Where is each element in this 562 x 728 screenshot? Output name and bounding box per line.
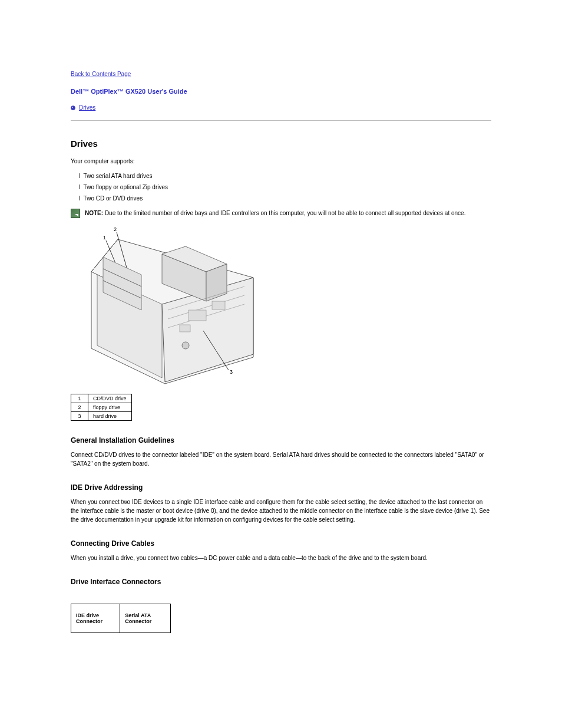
table-row: 2 floppy drive <box>71 403 132 412</box>
note-text: NOTE: Due to the limited number of drive… <box>85 209 465 218</box>
drives-anchor-link[interactable]: Drives <box>79 104 95 111</box>
bullet-icon <box>71 106 75 110</box>
svg-point-17 <box>182 342 189 349</box>
callout-label-1: CD/DVD drive <box>88 394 132 403</box>
table-row: 1 CD/DVD drive <box>71 394 132 403</box>
table-row: IDE drive Connector Serial ATA Connector <box>71 604 171 633</box>
computer-diagram: 1 2 3 <box>71 222 491 388</box>
connector-ide-label: IDE drive Connector <box>71 604 120 633</box>
svg-text:1: 1 <box>103 235 106 241</box>
table-row: 3 hard drive <box>71 412 132 421</box>
svg-rect-16 <box>180 325 190 332</box>
callout-num-3: 3 <box>71 412 88 421</box>
divider <box>71 120 491 121</box>
svg-text:2: 2 <box>114 226 117 232</box>
top-bullet-row: Drives <box>71 104 491 111</box>
callout-label-2: floppy drive <box>88 403 132 412</box>
guidelines-p1: Connect CD/DVD drives to the connector l… <box>71 450 491 468</box>
ide-p1: When you connect two IDE devices to a si… <box>71 498 491 524</box>
callout-num-2: 2 <box>71 403 88 412</box>
cables-p1: When you install a drive, you connect tw… <box>71 554 491 562</box>
drives-intro: Your computer supports: <box>71 157 491 166</box>
connector-table: IDE drive Connector Serial ATA Connector <box>71 604 171 633</box>
callout-num-1: 1 <box>71 394 88 403</box>
callout-label-3: hard drive <box>88 412 132 421</box>
drives-list-2: l Two floppy or optional Zip drives <box>79 183 491 192</box>
connector-sata-label: Serial ATA Connector <box>120 604 171 633</box>
note-row: NOTE: Due to the limited number of drive… <box>71 209 491 218</box>
guide-title: Dell™ OptiPlex™ GX520 User's Guide <box>71 88 491 95</box>
svg-rect-14 <box>189 310 206 321</box>
cables-heading: Connecting Drive Cables <box>71 539 491 548</box>
callout-table: 1 CD/DVD drive 2 floppy drive 3 hard dri… <box>71 394 132 421</box>
drives-list-3: l Two CD or DVD drives <box>79 194 491 203</box>
svg-point-0 <box>71 106 75 110</box>
svg-rect-15 <box>212 301 225 309</box>
drives-heading: Drives <box>71 139 491 149</box>
drives-list-1: l Two serial ATA hard drives <box>79 172 491 180</box>
ide-heading: IDE Drive Addressing <box>71 483 491 492</box>
guidelines-heading: General Installation Guidelines <box>71 436 491 444</box>
interface-heading: Drive Interface Connectors <box>71 578 491 586</box>
back-to-contents-link[interactable]: Back to Contents Page <box>71 71 491 77</box>
note-icon <box>71 209 80 218</box>
svg-text:3: 3 <box>230 369 233 375</box>
svg-point-1 <box>72 107 73 108</box>
